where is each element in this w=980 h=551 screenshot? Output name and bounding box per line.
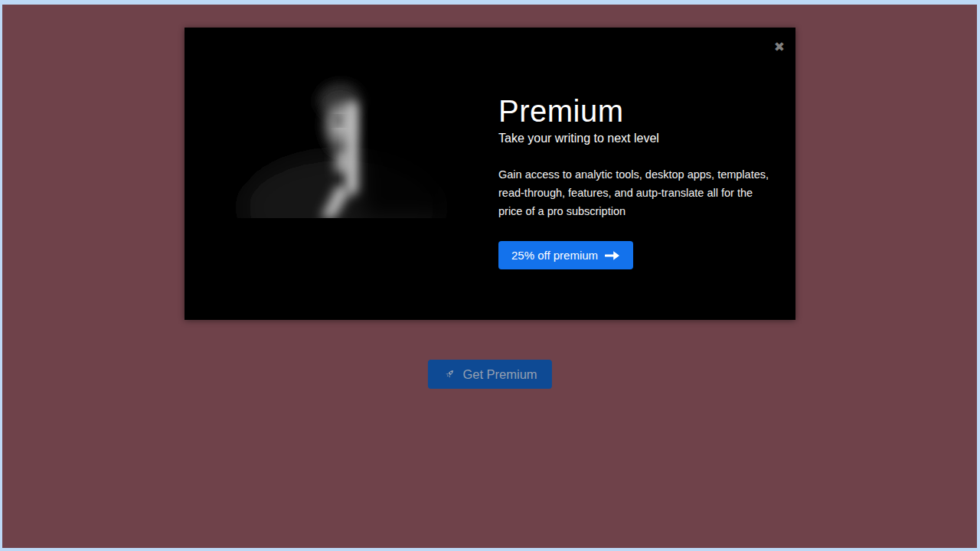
get-premium-button[interactable]: Get Premium bbox=[427, 360, 551, 389]
page-background: ✖ bbox=[2, 5, 977, 548]
premium-modal: ✖ bbox=[185, 28, 795, 320]
discount-cta-label: 25% off premium bbox=[511, 249, 598, 262]
arrow-right-icon bbox=[605, 250, 620, 261]
modal-title: Premium bbox=[498, 95, 795, 127]
promo-photo bbox=[185, 28, 491, 218]
rocket-icon bbox=[442, 367, 456, 381]
discount-cta-button[interactable]: 25% off premium bbox=[498, 241, 633, 269]
modal-subtitle: Take your writing to next level bbox=[498, 132, 795, 145]
get-premium-label: Get Premium bbox=[462, 367, 537, 382]
modal-content: Premium Take your writing to next level … bbox=[498, 28, 795, 320]
modal-description: Gain access to analytic tools, desktop a… bbox=[498, 165, 777, 220]
